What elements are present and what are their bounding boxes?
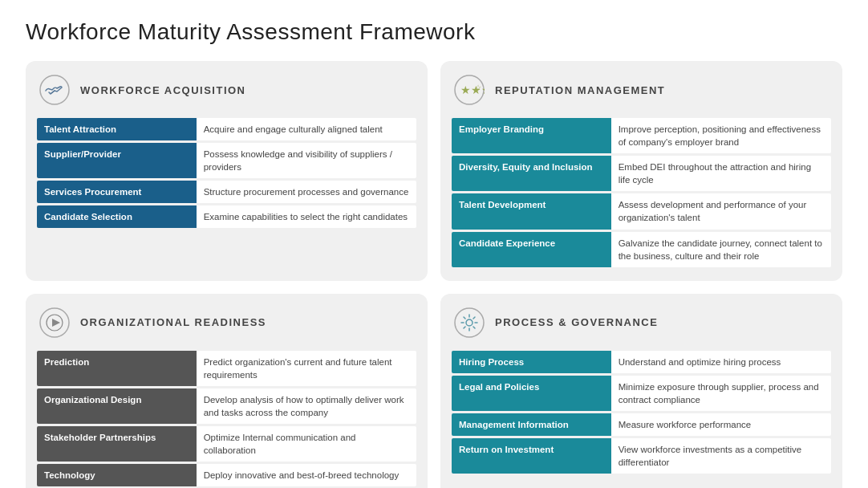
row-label: Talent Attraction — [37, 118, 197, 140]
row-label: Organizational Design — [37, 388, 197, 424]
row-label: Employer Branding — [452, 118, 611, 153]
play-icon — [37, 305, 72, 340]
table-row: Candidate ExperienceGalvanize the candid… — [452, 232, 831, 267]
row-description: Galvanize the candidate journey, connect… — [611, 232, 831, 267]
table-row: Organizational DesignDevelop analysis of… — [37, 388, 416, 424]
stars-icon: ★★★ ☆ — [452, 72, 487, 108]
svg-point-7 — [455, 308, 484, 337]
quadrant-grid: WORKFORCE ACQUISITIONTalent AttractionAc… — [26, 61, 842, 488]
table-workforce-acquisition: Talent AttractionAcquire and engage cult… — [37, 116, 416, 230]
svg-point-0 — [40, 75, 69, 104]
table-organizational-readiness: PredictionPredict organization's current… — [37, 348, 416, 488]
row-label: Return on Investment — [452, 438, 611, 474]
row-label: Stakeholder Partnerships — [37, 426, 197, 462]
row-label: Supplier/Provider — [37, 143, 197, 178]
row-label: Prediction — [37, 351, 197, 386]
quadrant-title-workforce-acquisition: WORKFORCE ACQUISITION — [80, 84, 246, 96]
table-row: Employer BrandingImprove perception, pos… — [452, 118, 831, 153]
table-row: TechnologyDeploy innovative and best-of-… — [37, 464, 416, 486]
row-label: Management Information — [452, 413, 611, 436]
svg-marker-6 — [52, 319, 60, 327]
quadrant-header-workforce-acquisition: WORKFORCE ACQUISITION — [37, 72, 416, 108]
row-description: Acquire and engage culturally aligned ta… — [197, 118, 416, 140]
table-row: Talent DevelopmentAssess development and… — [452, 193, 831, 229]
row-label: Candidate Experience — [452, 232, 611, 267]
page-title: Workforce Maturity Assessment Framework — [26, 19, 842, 45]
row-description: Assess development and performance of yo… — [611, 193, 831, 229]
quadrant-title-process-governance: PROCESS & GOVERNANCE — [495, 316, 658, 328]
row-label: Legal and Policies — [452, 376, 611, 411]
quadrant-header-process-governance: PROCESS & GOVERNANCE — [452, 305, 831, 340]
table-row: Supplier/ProviderPossess knowledge and v… — [37, 143, 416, 178]
table-row: Diversity, Equity and InclusionEmbed DEI… — [452, 156, 831, 191]
quadrant-reputation-management: ★★★ ☆ REPUTATION MANAGEMENTEmployer Bran… — [440, 61, 842, 281]
row-description: Structure procurement processes and gove… — [197, 181, 416, 203]
table-row: PredictionPredict organization's current… — [37, 351, 416, 386]
table-row: Candidate SelectionExamine capabilities … — [37, 205, 416, 228]
svg-point-8 — [466, 319, 473, 326]
table-row: Hiring ProcessUnderstand and optimize hi… — [452, 351, 831, 373]
row-label: Candidate Selection — [37, 205, 197, 228]
table-reputation-management: Employer BrandingImprove perception, pos… — [452, 116, 831, 270]
row-description: Possess knowledge and visibility of supp… — [197, 143, 416, 178]
row-description: Improve perception, positioning and effe… — [611, 118, 831, 153]
row-label: Technology — [37, 464, 197, 486]
table-row: Legal and PoliciesMinimize exposure thro… — [452, 376, 831, 411]
row-label: Services Procurement — [37, 181, 197, 203]
table-row: Stakeholder PartnershipsOptimize Interna… — [37, 426, 416, 462]
row-description: Embed DEI throughout the attraction and … — [611, 156, 831, 191]
quadrant-organizational-readiness: ORGANIZATIONAL READINESSPredictionPredic… — [26, 294, 428, 488]
quadrant-process-governance: PROCESS & GOVERNANCEHiring ProcessUnders… — [440, 294, 842, 488]
svg-text:☆: ☆ — [475, 83, 481, 92]
quadrant-workforce-acquisition: WORKFORCE ACQUISITIONTalent AttractionAc… — [26, 61, 428, 281]
quadrant-header-organizational-readiness: ORGANIZATIONAL READINESS — [37, 305, 416, 340]
row-description: Examine capabilities to select the right… — [197, 205, 416, 228]
row-description: Predict organization's current and futur… — [197, 351, 416, 386]
quadrant-title-reputation-management: REPUTATION MANAGEMENT — [495, 84, 665, 96]
table-row: Return on InvestmentView workforce inves… — [452, 438, 831, 474]
row-description: Deploy innovative and best-of-breed tech… — [197, 464, 416, 486]
quadrant-header-reputation-management: ★★★ ☆ REPUTATION MANAGEMENT — [452, 72, 831, 108]
table-row: Talent AttractionAcquire and engage cult… — [37, 118, 416, 140]
row-description: Optimize Internal communication and coll… — [197, 426, 416, 462]
row-description: Understand and optimize hiring process — [611, 351, 831, 373]
row-label: Talent Development — [452, 193, 611, 229]
gear-icon — [452, 305, 487, 340]
row-description: Develop analysis of how to optimally del… — [197, 388, 416, 424]
row-description: View workforce investments as a competit… — [611, 438, 831, 474]
handshake-icon — [37, 72, 72, 108]
row-label: Hiring Process — [452, 351, 611, 373]
row-label: Diversity, Equity and Inclusion — [452, 156, 611, 191]
table-process-governance: Hiring ProcessUnderstand and optimize hi… — [452, 348, 831, 477]
table-row: Services ProcurementStructure procuremen… — [37, 181, 416, 203]
row-description: Minimize exposure through supplier, proc… — [611, 376, 831, 411]
quadrant-title-organizational-readiness: ORGANIZATIONAL READINESS — [80, 316, 266, 328]
row-description: Measure workforce performance — [611, 413, 831, 436]
table-row: Management InformationMeasure workforce … — [452, 413, 831, 436]
